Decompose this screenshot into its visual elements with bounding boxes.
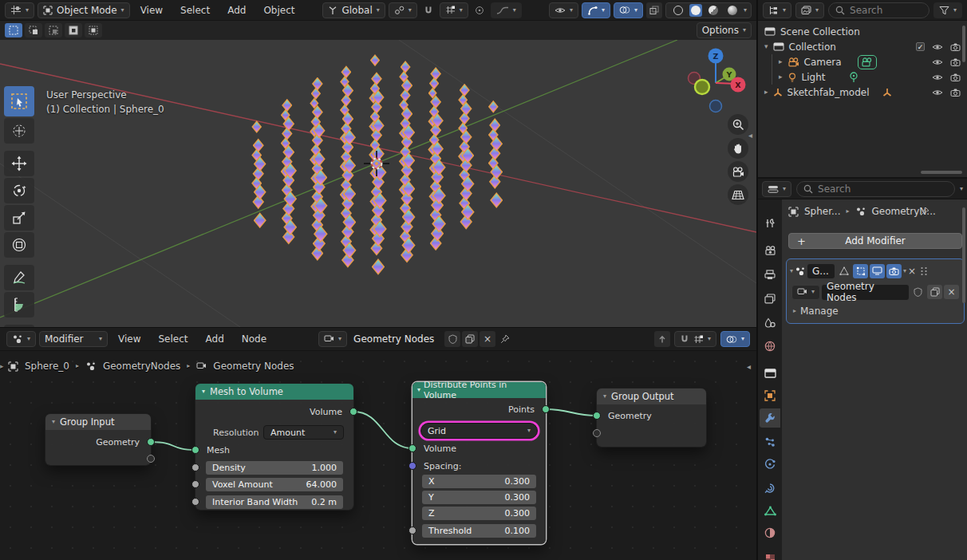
distributed-point[interactable] <box>430 67 441 81</box>
socket-mesh-input[interactable] <box>191 446 199 454</box>
menu-select[interactable]: Select <box>173 0 217 20</box>
pin-icon[interactable] <box>497 331 513 347</box>
socket-geometry-output[interactable] <box>147 438 155 446</box>
geometry-nodes-modifier-panel[interactable]: ▾ G... ▾ × ▾ <box>786 258 965 324</box>
snap-target-dropdown[interactable]: ▾ <box>440 2 468 18</box>
light-data-icon[interactable] <box>849 72 858 83</box>
outliner-horizontal-scrollbar[interactable] <box>921 171 962 174</box>
spacing-x-slider[interactable]: X0.300 <box>422 475 536 488</box>
distribution-mode-dropdown[interactable]: Grid ▾ <box>420 423 538 439</box>
tool-scale[interactable] <box>4 205 34 231</box>
properties-search[interactable] <box>796 181 955 197</box>
node-distribute-points-in-volume[interactable]: ▾ Distribute Points in Volume Points Gri… <box>412 382 546 544</box>
proportional-falloff-dropdown[interactable]: ▾ <box>491 2 522 18</box>
snap-toggle-button[interactable] <box>420 2 436 18</box>
collapse-icon[interactable]: ▾ <box>417 387 420 393</box>
shading-solid-button[interactable] <box>689 4 702 17</box>
add-modifier-button[interactable]: + Add Modifier <box>788 233 962 249</box>
distributed-point[interactable] <box>251 120 262 133</box>
spacing-y-slider[interactable]: Y0.300 <box>422 491 536 504</box>
breadcrumb-collapse-arrow[interactable]: ▸ <box>0 362 4 370</box>
distributed-point-cloud[interactable] <box>0 40 756 327</box>
modifier-extras-dropdown[interactable]: ▾ <box>903 268 906 274</box>
node-overlays-dropdown[interactable]: ▾ <box>720 331 750 347</box>
interior-band-width-slider[interactable]: Interior Band Width0.2 m <box>206 495 343 509</box>
menu-view[interactable]: View <box>133 0 170 20</box>
tab-object[interactable] <box>760 386 780 405</box>
breadcrumb-object-name[interactable]: Spher... <box>804 206 841 217</box>
node-group-input[interactable]: ▾ Group Input Geometry <box>45 414 151 465</box>
socket-density-input[interactable] <box>191 463 199 471</box>
threshold-slider[interactable]: Threshold0.100 <box>422 524 536 538</box>
fake-user-shield-button[interactable] <box>444 331 460 347</box>
distributed-point[interactable] <box>429 77 440 90</box>
fake-user-shield-button[interactable] <box>910 285 926 299</box>
outliner-search[interactable] <box>828 2 930 18</box>
distributed-point[interactable] <box>253 138 264 152</box>
render-camera-icon[interactable] <box>950 43 961 51</box>
socket-voxel-amount-input[interactable] <box>191 480 199 488</box>
node-group-name-field[interactable]: Geometry Nodes <box>349 331 443 347</box>
node-group-browse-button[interactable]: ▾ <box>318 331 347 347</box>
select-mode-extend-button[interactable] <box>25 23 42 37</box>
pan-hand-button[interactable] <box>728 138 748 159</box>
tool-select-box[interactable] <box>4 86 34 116</box>
distributed-point[interactable] <box>372 258 385 275</box>
socket-threshold-input[interactable] <box>409 526 416 534</box>
spacing-z-slider[interactable]: Z0.300 <box>422 507 536 520</box>
render-camera-icon[interactable] <box>950 89 961 97</box>
outliner-row-scene-collection[interactable]: Scene Collection <box>758 24 967 39</box>
outliner-row-sketchfab-model[interactable]: ▸ Sketchfab_model <box>758 85 967 100</box>
breadcrumb-tree[interactable]: Geometry Nodes <box>213 361 294 372</box>
tab-collection[interactable] <box>760 364 780 383</box>
viewport-editor-type-button[interactable]: ▾ <box>5 2 34 18</box>
options-dropdown[interactable]: Options ▾ <box>697 22 752 38</box>
tab-render[interactable] <box>760 241 780 260</box>
tab-tool[interactable] <box>760 214 780 233</box>
node-header[interactable]: ▾ Distribute Points in Volume <box>412 382 546 398</box>
go-to-parent-tree-button[interactable] <box>654 331 670 347</box>
viewport-3d[interactable]: User Perspective (1) Collection | Sphere… <box>0 40 756 327</box>
overlays-toggle-dropdown[interactable]: ▾ <box>614 2 643 18</box>
breadcrumb-modifier[interactable]: GeometryNodes <box>103 361 180 372</box>
tab-particles[interactable] <box>760 432 780 452</box>
expand-icon[interactable]: ▸ <box>779 58 783 65</box>
properties-vertical-scrollbar[interactable] <box>962 207 965 303</box>
socket-volume-output[interactable] <box>349 408 357 416</box>
shading-wireframe-button[interactable] <box>670 2 686 18</box>
distributed-point[interactable] <box>488 101 499 113</box>
navigation-gizmo[interactable]: Z Y X <box>680 45 753 118</box>
menu-add[interactable]: Add <box>199 328 231 350</box>
node-group-browse-button[interactable]: ▾ <box>791 285 820 300</box>
expand-icon[interactable]: ▾ <box>764 43 768 50</box>
select-mode-invert-button[interactable] <box>65 23 82 37</box>
tool-annotate[interactable] <box>4 265 34 290</box>
distributed-point[interactable] <box>282 99 292 112</box>
menu-view[interactable]: View <box>111 328 148 350</box>
node-tree-mode-dropdown[interactable]: Modifier ▾ <box>39 331 108 347</box>
tab-object-data[interactable] <box>760 501 780 520</box>
socket-spacing-input[interactable] <box>409 462 416 470</box>
tab-physics[interactable] <box>760 455 780 474</box>
tool-cursor[interactable] <box>4 118 34 144</box>
tool-move[interactable] <box>4 151 34 176</box>
render-camera-icon[interactable] <box>950 73 961 81</box>
properties-editor-type-button[interactable]: ▾ <box>762 181 791 197</box>
duplicate-datablock-button[interactable] <box>462 331 478 347</box>
shading-material-button[interactable] <box>705 2 721 18</box>
pivot-point-dropdown[interactable]: ▾ <box>389 2 417 18</box>
cage-display-toggle[interactable] <box>853 264 868 278</box>
tool-rotate[interactable] <box>4 178 34 203</box>
node-header[interactable]: ▾ Group Output <box>597 388 706 404</box>
breadcrumb-object[interactable]: Sphere_0 <box>25 361 69 372</box>
distributed-point[interactable] <box>370 54 380 66</box>
collapse-icon[interactable]: ▾ <box>202 388 205 395</box>
tab-modifiers[interactable] <box>760 408 780 428</box>
tab-constraints[interactable] <box>760 479 780 498</box>
eye-icon[interactable] <box>932 73 943 81</box>
socket-points-output[interactable] <box>542 405 550 413</box>
outliner-row-light[interactable]: ▸ Light <box>758 69 967 85</box>
outliner-filter-dropdown[interactable]: ▾ <box>933 2 962 18</box>
unlink-datablock-button[interactable]: × <box>480 331 495 347</box>
region-collapse-arrow[interactable]: ◂ <box>747 362 751 371</box>
